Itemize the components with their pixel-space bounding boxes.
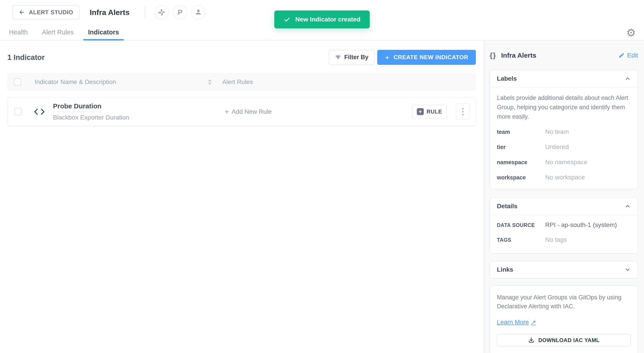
column-alert-rules: Alert Rules [222,78,253,86]
filter-by-label: Filter By [344,54,368,61]
chevron-up-icon[interactable] [624,75,631,82]
download-icon [528,337,535,344]
code-brackets-icon [34,107,45,116]
row-checkbox[interactable] [14,108,22,115]
labels-card-body: Labels provide additional details about … [490,88,638,189]
pencil-icon [618,52,624,58]
labels-description: Labels provide additional details about … [497,93,631,122]
detail-value: RPI - ap-south-1 (system) [545,221,617,229]
add-new-rule-link[interactable]: + Add New Rule [225,108,272,115]
details-card: Details DATA SOURCE RPI - ap-south-1 (sy… [490,197,638,254]
gear-icon[interactable]: ⚙ [625,26,637,39]
table-header: Indicator Name & Description Alert Rules [8,73,476,91]
labels-title: Labels [497,75,517,82]
detail-row: TAGS No tags [497,236,631,243]
label-value: Untiered [545,143,569,151]
toast-message: New Indicator created [296,16,360,23]
page-title: Infra Alerts [90,8,130,17]
plus-square-icon: + [417,108,424,115]
tab-alert-rules[interactable]: Alert Rules [37,24,79,40]
row-kebab-menu-button[interactable] [456,103,470,120]
filter-by-button[interactable]: Filter By [329,50,374,65]
detail-key: DATA SOURCE [497,222,545,228]
label-value: No team [545,128,569,135]
details-title: Details [497,203,518,210]
details-card-header[interactable]: Details [490,198,638,215]
download-iac-yaml-label: DOWNLOAD IAC YAML [538,337,600,344]
tab-health[interactable]: Health [4,24,33,40]
integration-badges: P [154,5,206,19]
braces-icon: {} [490,51,496,59]
indicator-description: Blackbox Exporter Duration [53,114,225,121]
toolbar-actions: Filter By + CREATE NEW INDICATOR [329,50,476,65]
links-title: Links [497,266,513,273]
create-new-indicator-button[interactable]: + CREATE NEW INDICATOR [377,50,476,65]
indicator-name[interactable]: Probe Duration [53,102,102,112]
edit-label: Edit [627,52,638,59]
plus-icon: + [385,54,389,61]
chevron-up-icon[interactable] [624,203,631,209]
label-key: workspace [497,174,545,181]
select-all-checkbox[interactable] [14,78,21,86]
learn-more-label: Learn More [497,319,529,326]
table-row: Probe Duration Blackbox Exporter Duratio… [8,97,476,126]
label-row: workspace No workspace [497,174,631,181]
edit-button[interactable]: Edit [618,52,638,59]
sidebar-title: Infra Alerts [501,52,536,59]
detail-row: DATA SOURCE RPI - ap-south-1 (system) [497,221,631,229]
gitops-description: Manage your Alert Groups via GitOps by u… [497,293,631,311]
chevron-down-icon[interactable] [624,267,631,273]
pagerduty-icon[interactable]: P [173,5,187,19]
header-divider [145,6,145,18]
tab-indicators[interactable]: Indicators [83,24,124,40]
labels-list: team No team tier Untiered namespace No … [497,128,631,181]
labels-card: Labels Labels provide additional details… [490,70,638,189]
user-icon[interactable] [191,5,206,19]
label-value: No workspace [545,174,585,181]
detail-key: TAGS [497,237,545,243]
external-link-icon: ↗ [531,319,536,326]
details-sidebar: {} Infra Alerts Edit Labels Labels provi… [484,40,644,353]
create-new-indicator-label: CREATE NEW INDICATOR [394,54,468,61]
filter-icon [335,54,341,60]
label-key: team [497,129,545,135]
toast-notification: New Indicator created [274,10,370,28]
arrow-left-icon [18,9,25,16]
column-indicator-name: Indicator Name & Description [35,78,208,86]
gitops-card: Manage your Alert Groups via GitOps by u… [490,285,638,353]
detail-value: No tags [545,236,567,243]
label-key: namespace [497,159,545,166]
rule-button-label: RULE [427,109,442,115]
slack-icon[interactable] [154,5,169,19]
indicator-count-heading: 1 Indicator [8,53,45,62]
links-card: Links [490,261,638,279]
pagerduty-letter: P [178,8,182,16]
alert-studio-back-button[interactable]: ALERT STUDIO [12,5,80,19]
indicator-name-block: Probe Duration Blackbox Exporter Duratio… [53,102,225,121]
sidebar-header: {} Infra Alerts Edit [490,51,638,59]
sort-icon[interactable] [208,79,212,85]
labels-card-header[interactable]: Labels [490,70,638,87]
content-area: 1 Indicator Filter By + CREATE NEW INDIC… [0,40,644,353]
label-row: tier Untiered [497,143,631,151]
add-new-rule-label: Add New Rule [232,108,272,115]
label-key: tier [497,144,545,150]
check-icon [284,16,290,23]
details-card-body: DATA SOURCE RPI - ap-south-1 (system) TA… [490,215,638,253]
rule-button[interactable]: + RULE [412,105,446,119]
download-iac-yaml-button[interactable]: DOWNLOAD IAC YAML [497,334,631,347]
main-panel: 1 Indicator Filter By + CREATE NEW INDIC… [0,40,484,353]
label-row: namespace No namespace [497,159,631,166]
learn-more-link[interactable]: Learn More ↗ [497,319,536,326]
links-card-header[interactable]: Links [490,261,638,278]
plus-icon: + [225,108,229,115]
label-row: team No team [497,128,631,135]
label-value: No namespace [545,159,587,166]
back-button-label: ALERT STUDIO [29,9,73,16]
toolbar: 1 Indicator Filter By + CREATE NEW INDIC… [8,50,476,65]
